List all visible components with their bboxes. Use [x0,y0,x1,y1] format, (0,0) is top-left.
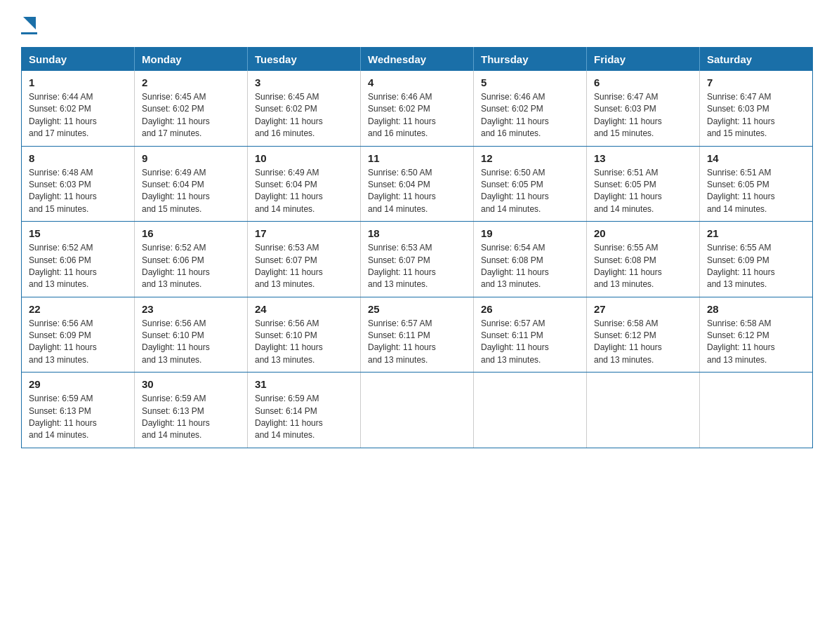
day-number: 2 [142,76,240,88]
calendar-cell: 26 Sunrise: 6:57 AM Sunset: 6:11 PM Dayl… [474,297,587,373]
day-number: 11 [368,152,466,164]
day-info: Sunrise: 6:53 AM Sunset: 6:07 PM Dayligh… [368,242,466,291]
calendar-cell: 8 Sunrise: 6:48 AM Sunset: 6:03 PM Dayli… [22,146,135,222]
day-number: 13 [594,152,692,164]
calendar-cell: 20 Sunrise: 6:55 AM Sunset: 6:08 PM Dayl… [587,222,700,297]
day-number: 20 [594,227,692,239]
day-number: 6 [594,76,692,88]
calendar-cell: 29 Sunrise: 6:59 AM Sunset: 6:13 PM Dayl… [22,373,135,448]
logo-triangle-icon [22,15,37,31]
day-number: 14 [707,152,805,164]
day-info: Sunrise: 6:49 AM Sunset: 6:04 PM Dayligh… [142,167,240,216]
calendar-cell [361,373,474,448]
day-info: Sunrise: 6:53 AM Sunset: 6:07 PM Dayligh… [255,242,353,291]
calendar-cell [474,373,587,448]
day-info: Sunrise: 6:56 AM Sunset: 6:09 PM Dayligh… [29,318,127,367]
day-number: 25 [368,303,466,315]
calendar-cell: 15 Sunrise: 6:52 AM Sunset: 6:06 PM Dayl… [22,222,135,297]
day-info: Sunrise: 6:57 AM Sunset: 6:11 PM Dayligh… [481,318,579,367]
day-info: Sunrise: 6:52 AM Sunset: 6:06 PM Dayligh… [142,242,240,291]
day-number: 1 [29,76,127,88]
day-number: 26 [481,303,579,315]
calendar-cell: 25 Sunrise: 6:57 AM Sunset: 6:11 PM Dayl… [361,297,474,373]
day-number: 22 [29,303,127,315]
calendar-cell: 1 Sunrise: 6:44 AM Sunset: 6:02 PM Dayli… [22,71,135,146]
day-info: Sunrise: 6:46 AM Sunset: 6:02 PM Dayligh… [481,91,579,140]
day-info: Sunrise: 6:45 AM Sunset: 6:02 PM Dayligh… [255,91,353,140]
day-info: Sunrise: 6:56 AM Sunset: 6:10 PM Dayligh… [255,318,353,367]
day-number: 7 [707,76,805,88]
day-info: Sunrise: 6:59 AM Sunset: 6:13 PM Dayligh… [142,393,240,442]
calendar-cell [700,373,813,448]
calendar-cell: 31 Sunrise: 6:59 AM Sunset: 6:14 PM Dayl… [248,373,361,448]
day-number: 8 [29,152,127,164]
day-number: 4 [368,76,466,88]
day-info: Sunrise: 6:48 AM Sunset: 6:03 PM Dayligh… [29,167,127,216]
weekday-header-friday: Friday [587,48,700,72]
day-number: 18 [368,227,466,239]
weekday-header-thursday: Thursday [474,48,587,72]
day-info: Sunrise: 6:47 AM Sunset: 6:03 PM Dayligh… [594,91,692,140]
day-number: 5 [481,76,579,88]
calendar-week-row: 15 Sunrise: 6:52 AM Sunset: 6:06 PM Dayl… [22,222,813,297]
calendar-cell: 24 Sunrise: 6:56 AM Sunset: 6:10 PM Dayl… [248,297,361,373]
calendar-cell: 19 Sunrise: 6:54 AM Sunset: 6:08 PM Dayl… [474,222,587,297]
weekday-header-saturday: Saturday [700,48,813,72]
logo [21,14,37,34]
calendar-cell: 13 Sunrise: 6:51 AM Sunset: 6:05 PM Dayl… [587,146,700,222]
page-header [21,14,813,34]
weekday-header-monday: Monday [135,48,248,72]
calendar-cell: 16 Sunrise: 6:52 AM Sunset: 6:06 PM Dayl… [135,222,248,297]
day-number: 19 [481,227,579,239]
day-info: Sunrise: 6:59 AM Sunset: 6:13 PM Dayligh… [29,393,127,442]
svg-marker-0 [23,17,36,29]
calendar-cell: 23 Sunrise: 6:56 AM Sunset: 6:10 PM Dayl… [135,297,248,373]
day-info: Sunrise: 6:46 AM Sunset: 6:02 PM Dayligh… [368,91,466,140]
calendar-week-row: 8 Sunrise: 6:48 AM Sunset: 6:03 PM Dayli… [22,146,813,222]
day-info: Sunrise: 6:57 AM Sunset: 6:11 PM Dayligh… [368,318,466,367]
logo-underline [21,32,37,34]
day-info: Sunrise: 6:44 AM Sunset: 6:02 PM Dayligh… [29,91,127,140]
day-number: 15 [29,227,127,239]
day-number: 30 [142,378,240,390]
day-info: Sunrise: 6:59 AM Sunset: 6:14 PM Dayligh… [255,393,353,442]
calendar-cell: 21 Sunrise: 6:55 AM Sunset: 6:09 PM Dayl… [700,222,813,297]
calendar-cell: 11 Sunrise: 6:50 AM Sunset: 6:04 PM Dayl… [361,146,474,222]
day-info: Sunrise: 6:58 AM Sunset: 6:12 PM Dayligh… [707,318,805,367]
day-number: 17 [255,227,353,239]
day-info: Sunrise: 6:45 AM Sunset: 6:02 PM Dayligh… [142,91,240,140]
day-number: 3 [255,76,353,88]
calendar-table: SundayMondayTuesdayWednesdayThursdayFrid… [21,47,813,448]
day-info: Sunrise: 6:52 AM Sunset: 6:06 PM Dayligh… [29,242,127,291]
day-info: Sunrise: 6:56 AM Sunset: 6:10 PM Dayligh… [142,318,240,367]
calendar-cell [587,373,700,448]
calendar-cell: 17 Sunrise: 6:53 AM Sunset: 6:07 PM Dayl… [248,222,361,297]
day-info: Sunrise: 6:58 AM Sunset: 6:12 PM Dayligh… [594,318,692,367]
day-number: 12 [481,152,579,164]
weekday-header-wednesday: Wednesday [361,48,474,72]
day-info: Sunrise: 6:50 AM Sunset: 6:04 PM Dayligh… [368,167,466,216]
calendar-cell: 3 Sunrise: 6:45 AM Sunset: 6:02 PM Dayli… [248,71,361,146]
day-info: Sunrise: 6:54 AM Sunset: 6:08 PM Dayligh… [481,242,579,291]
calendar-week-row: 29 Sunrise: 6:59 AM Sunset: 6:13 PM Dayl… [22,373,813,448]
day-info: Sunrise: 6:49 AM Sunset: 6:04 PM Dayligh… [255,167,353,216]
calendar-cell: 2 Sunrise: 6:45 AM Sunset: 6:02 PM Dayli… [135,71,248,146]
day-number: 16 [142,227,240,239]
calendar-cell: 14 Sunrise: 6:51 AM Sunset: 6:05 PM Dayl… [700,146,813,222]
day-info: Sunrise: 6:51 AM Sunset: 6:05 PM Dayligh… [707,167,805,216]
day-number: 29 [29,378,127,390]
calendar-cell: 7 Sunrise: 6:47 AM Sunset: 6:03 PM Dayli… [700,71,813,146]
day-number: 28 [707,303,805,315]
day-info: Sunrise: 6:50 AM Sunset: 6:05 PM Dayligh… [481,167,579,216]
calendar-cell: 9 Sunrise: 6:49 AM Sunset: 6:04 PM Dayli… [135,146,248,222]
day-number: 23 [142,303,240,315]
calendar-cell: 5 Sunrise: 6:46 AM Sunset: 6:02 PM Dayli… [474,71,587,146]
calendar-cell: 12 Sunrise: 6:50 AM Sunset: 6:05 PM Dayl… [474,146,587,222]
day-info: Sunrise: 6:55 AM Sunset: 6:08 PM Dayligh… [594,242,692,291]
day-number: 10 [255,152,353,164]
calendar-week-row: 22 Sunrise: 6:56 AM Sunset: 6:09 PM Dayl… [22,297,813,373]
weekday-header-row: SundayMondayTuesdayWednesdayThursdayFrid… [22,48,813,72]
calendar-cell: 6 Sunrise: 6:47 AM Sunset: 6:03 PM Dayli… [587,71,700,146]
day-number: 24 [255,303,353,315]
calendar-cell: 27 Sunrise: 6:58 AM Sunset: 6:12 PM Dayl… [587,297,700,373]
